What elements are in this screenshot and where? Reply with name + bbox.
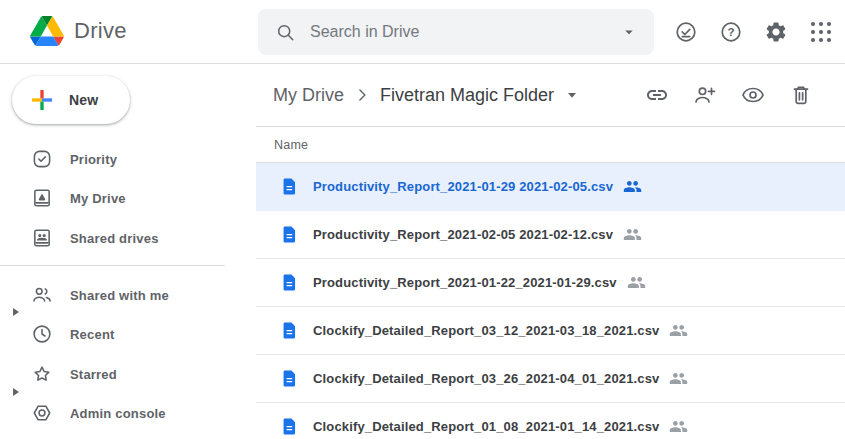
top-bar: Drive ? <box>0 0 845 64</box>
sidebar-item-shared-drives[interactable]: Shared drives <box>0 218 256 258</box>
recent-clock-icon <box>31 323 53 345</box>
preview-eye-icon[interactable] <box>741 83 765 107</box>
shared-people-icon <box>669 369 688 388</box>
file-name: Clockify_Detailed_Report_03_12_2021-03_1… <box>313 323 659 338</box>
csv-file-icon <box>280 367 299 390</box>
priority-icon <box>31 148 53 170</box>
file-name: Clockify_Detailed_Report_03_26_2021-04_0… <box>313 371 659 386</box>
settings-gear-icon[interactable] <box>764 20 788 44</box>
sidebar-item-label: Shared drives <box>70 231 159 246</box>
svg-text:?: ? <box>727 26 734 38</box>
help-icon[interactable]: ? <box>719 20 743 44</box>
search-icon <box>275 22 296 43</box>
column-header-label: Name <box>274 138 308 152</box>
admin-console-icon <box>31 402 53 424</box>
csv-file-icon <box>280 319 299 342</box>
breadcrumb-current-folder[interactable]: Fivetran Magic Folder <box>380 85 554 106</box>
sidebar-item-label: Starred <box>70 367 117 382</box>
shared-people-icon <box>627 273 646 292</box>
shared-people-icon <box>669 417 688 436</box>
file-list: Productivity_Report_2021-01-29 2021-02-0… <box>256 163 845 439</box>
file-row[interactable]: Clockify_Detailed_Report_03_26_2021-04_0… <box>256 355 845 403</box>
file-browser: My Drive Fivetran Magic Folder <box>256 64 845 439</box>
offline-status-icon[interactable] <box>674 20 698 44</box>
topbar-actions: ? <box>653 20 833 44</box>
google-apps-grid-icon[interactable] <box>809 20 833 44</box>
shared-people-icon <box>623 225 642 244</box>
folder-menu-caret-icon[interactable] <box>564 87 580 103</box>
new-button[interactable]: New <box>12 76 130 124</box>
search-options-caret-icon[interactable] <box>620 23 638 41</box>
shared-people-icon <box>669 321 688 340</box>
file-name: Productivity_Report_2021-02-05 2021-02-1… <box>313 227 613 242</box>
folder-toolbar <box>621 83 813 107</box>
sidebar-item-label: My Drive <box>70 191 126 206</box>
csv-file-icon <box>280 175 299 198</box>
sidebar-item-shared-with-me[interactable]: Shared with me <box>0 275 256 315</box>
sidebar: New Priority My Drive <box>0 64 256 439</box>
csv-file-icon <box>280 415 299 438</box>
file-row[interactable]: Clockify_Detailed_Report_03_12_2021-03_1… <box>256 307 845 355</box>
file-row[interactable]: Clockify_Detailed_Report_01_08_2021-01_1… <box>256 403 845 439</box>
breadcrumb: My Drive Fivetran Magic Folder <box>273 64 580 126</box>
breadcrumb-bar: My Drive Fivetran Magic Folder <box>256 64 845 127</box>
sidebar-item-admin-console[interactable]: Admin console <box>0 393 256 433</box>
csv-file-icon <box>280 271 299 294</box>
drive-logo-area[interactable]: Drive <box>30 16 127 46</box>
shared-drives-icon <box>31 227 53 249</box>
delete-trash-icon[interactable] <box>789 83 813 107</box>
search-bar[interactable] <box>258 9 654 55</box>
file-row[interactable]: Productivity_Report_2021-02-05 2021-02-1… <box>256 211 845 259</box>
sidebar-item-label: Priority <box>70 152 117 167</box>
column-header-name[interactable]: Name <box>256 127 845 163</box>
file-row[interactable]: Productivity_Report_2021-01-22_2021-01-2… <box>256 259 845 307</box>
starred-star-icon <box>31 363 53 385</box>
sidebar-item-label: Shared with me <box>70 288 169 303</box>
my-drive-icon <box>31 187 53 209</box>
search-input[interactable] <box>310 23 620 41</box>
sidebar-item-recent[interactable]: Recent <box>0 314 256 354</box>
csv-file-icon <box>280 223 299 246</box>
sidebar-item-my-drive[interactable]: My Drive <box>0 178 256 218</box>
google-drive-app: Drive ? <box>0 0 845 439</box>
add-person-icon[interactable] <box>693 83 717 107</box>
app-title: Drive <box>74 18 127 44</box>
get-link-icon[interactable] <box>645 83 669 107</box>
file-name: Productivity_Report_2021-01-22_2021-01-2… <box>313 275 617 290</box>
new-button-label: New <box>69 92 98 108</box>
file-row[interactable]: Productivity_Report_2021-01-29 2021-02-0… <box>256 163 845 211</box>
sidebar-item-priority[interactable]: Priority <box>0 139 256 179</box>
sidebar-item-label: Recent <box>70 327 115 342</box>
new-plus-icon <box>27 85 57 115</box>
sidebar-item-starred[interactable]: Starred <box>0 354 256 394</box>
sidebar-divider <box>0 265 225 266</box>
breadcrumb-my-drive[interactable]: My Drive <box>273 85 344 106</box>
sidebar-item-label: Admin console <box>70 406 166 421</box>
chevron-right-icon <box>352 85 372 105</box>
file-name: Clockify_Detailed_Report_01_08_2021-01_1… <box>313 419 659 434</box>
shared-with-me-icon <box>31 284 53 306</box>
drive-logo-icon <box>30 16 64 46</box>
shared-people-icon <box>623 177 642 196</box>
file-name: Productivity_Report_2021-01-29 2021-02-0… <box>313 179 613 194</box>
